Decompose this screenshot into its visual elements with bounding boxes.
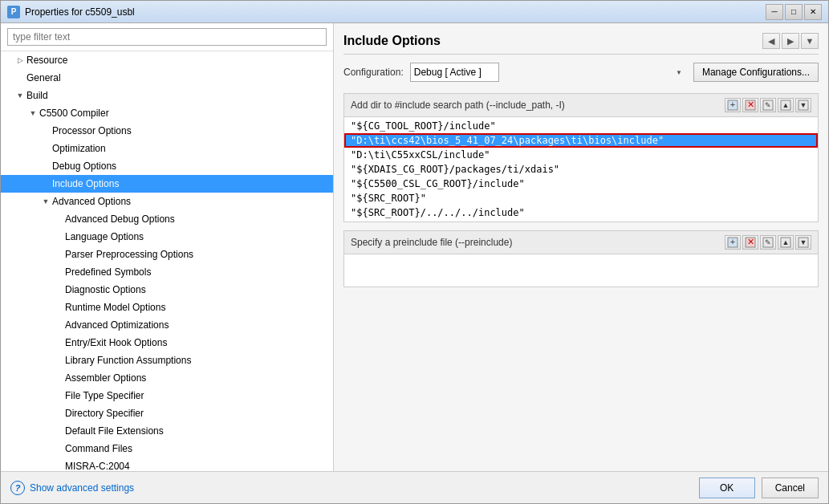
tree-item-label: Default File Extensions: [65, 425, 164, 437]
tree-item[interactable]: Advanced Debug Options: [1, 210, 333, 228]
tree-container[interactable]: ▷ResourceGeneral▼Build▼C5500 CompilerPro…: [1, 51, 333, 471]
tree-item[interactable]: File Type Specifier: [1, 387, 333, 404]
manage-configurations-button[interactable]: Manage Configurations...: [693, 63, 819, 82]
tree-item[interactable]: Language Options: [1, 228, 333, 246]
dialog-buttons: OK Cancel: [699, 478, 819, 498]
svg-text:+: +: [730, 237, 735, 246]
tree-item[interactable]: Directory Specifier: [1, 404, 333, 422]
tree-arrow: ▷: [14, 56, 26, 64]
include-edit-button[interactable]: ✎: [760, 98, 776, 112]
app-icon: P: [7, 6, 20, 18]
nav-menu-button[interactable]: ▼: [801, 33, 819, 49]
preinclude-title: Specify a preinclude file (--preinclude): [351, 237, 512, 248]
include-list-item[interactable]: "${SRC_ROOT}/../../../include": [344, 205, 818, 220]
include-delete-button[interactable]: ✕: [742, 98, 758, 112]
svg-text:▼: ▼: [800, 238, 807, 246]
include-list-item[interactable]: "D:\ti\ccs42\bios_5_41_07_24\packages\ti…: [344, 133, 818, 148]
preinclude-up-button[interactable]: ▲: [778, 235, 794, 250]
tree-item[interactable]: Advanced Optimizations: [1, 316, 333, 334]
nav-back-button[interactable]: ◀: [762, 33, 780, 49]
config-select[interactable]: Debug [ Active ]: [410, 63, 499, 82]
preinclude-header: Specify a preinclude file (--preinclude)…: [344, 231, 818, 254]
left-panel: ▷ResourceGeneral▼Build▼C5500 CompilerPro…: [1, 23, 334, 471]
tree-item[interactable]: ▷Resource: [1, 51, 333, 69]
nav-arrows: ◀ ▶ ▼: [762, 33, 819, 49]
tree-arrow: ▼: [14, 91, 26, 100]
include-up-button[interactable]: ▲: [778, 98, 794, 112]
include-search-title: Add dir to #include search path (--inclu…: [351, 100, 565, 111]
preinclude-delete-button[interactable]: ✕: [742, 235, 758, 250]
svg-text:▼: ▼: [800, 101, 807, 109]
up-icon: ▲: [780, 100, 791, 111]
include-list: "${CG_TOOL_ROOT}/include""D:\ti\ccs42\bi…: [344, 117, 818, 222]
tree-item-label: Runtime Model Options: [65, 302, 165, 313]
svg-text:+: +: [730, 100, 735, 109]
svg-text:✕: ✕: [747, 237, 754, 246]
include-list-item[interactable]: "${XDAIS_CG_ROOT}/packages/ti/xdais": [344, 162, 818, 177]
tree-item-label: Advanced Debug Options: [65, 213, 175, 225]
tree-item-label: C5500 Compiler: [39, 108, 109, 119]
tree-item[interactable]: Runtime Model Options: [1, 299, 333, 316]
tree-item[interactable]: Include Options: [1, 175, 333, 193]
tree-item-label: Library Function Assumptions: [65, 355, 191, 366]
svg-text:✎: ✎: [765, 101, 771, 109]
maximize-button[interactable]: □: [785, 4, 803, 20]
tree-item[interactable]: MISRA-C:2004: [1, 457, 333, 471]
include-list-item[interactable]: "D:\ti\C55xxCSL/include": [344, 148, 818, 162]
tree-item[interactable]: Predefined Symbols: [1, 263, 333, 281]
tree-item-label: Language Options: [65, 231, 144, 242]
tree-item[interactable]: Diagnostic Options: [1, 281, 333, 299]
tree-item-label: Directory Specifier: [65, 408, 144, 419]
tree-item[interactable]: Entry/Exit Hook Options: [1, 334, 333, 352]
tree-item-label: Parser Preprocessing Options: [65, 249, 193, 260]
tree-item[interactable]: Default File Extensions: [1, 422, 333, 440]
tree-item[interactable]: Parser Preprocessing Options: [1, 246, 333, 263]
include-list-item[interactable]: "${SRC_ROOT}": [344, 191, 818, 205]
tree-item-label: Assembler Options: [65, 372, 146, 384]
tree-item[interactable]: Optimization: [1, 140, 333, 157]
tree-item[interactable]: ▼C5500 Compiler: [1, 104, 333, 122]
cancel-button[interactable]: Cancel: [762, 478, 819, 498]
search-input[interactable]: [7, 28, 327, 46]
include-search-actions: + ✕ ✎: [725, 98, 811, 112]
svg-text:✎: ✎: [765, 238, 771, 246]
tree-item-label: Build: [26, 90, 48, 101]
include-list-item[interactable]: "${C5500_CSL_CG_ROOT}/include": [344, 177, 818, 191]
tree-item[interactable]: Processor Options: [1, 122, 333, 140]
tree-item-label: General: [26, 72, 61, 83]
tree-item[interactable]: Command Files: [1, 440, 333, 457]
include-down-button[interactable]: ▼: [795, 98, 811, 112]
right-panel: Include Options ◀ ▶ ▼ Configuration: Deb…: [334, 23, 828, 471]
preinclude-down-button[interactable]: ▼: [795, 235, 811, 250]
tree-item-label: Advanced Options: [52, 196, 131, 207]
tree-item-label: Predefined Symbols: [65, 266, 151, 278]
tree-item[interactable]: Library Function Assumptions: [1, 352, 333, 369]
nav-forward-button[interactable]: ▶: [782, 33, 799, 49]
tree-arrow: ▼: [39, 197, 52, 205]
tree-item[interactable]: Assembler Options: [1, 369, 333, 387]
include-list-item[interactable]: "${CG_TOOL_ROOT}/include": [344, 119, 818, 133]
preinclude-add-button[interactable]: +: [725, 235, 741, 250]
close-button[interactable]: ✕: [804, 4, 822, 20]
help-link[interactable]: ? Show advanced settings: [10, 481, 134, 495]
tree-item[interactable]: General: [1, 69, 333, 87]
tree-item[interactable]: Debug Options: [1, 157, 333, 175]
tree-item-label: Resource: [26, 55, 67, 66]
tree-item-label: Processor Options: [52, 125, 132, 136]
preinclude-edit-button[interactable]: ✎: [760, 235, 776, 250]
title-bar-buttons: ─ □ ✕: [766, 4, 822, 20]
tree-item[interactable]: ▼Advanced Options: [1, 193, 333, 210]
config-select-wrapper: Debug [ Active ]: [410, 63, 687, 82]
panel-title: Include Options: [343, 34, 441, 48]
tree-item-label: Advanced Optimizations: [65, 319, 169, 331]
tree-scroll-wrapper: ▷ResourceGeneral▼Build▼C5500 CompilerPro…: [1, 51, 333, 471]
ok-button[interactable]: OK: [699, 478, 755, 498]
tree-item-label: Optimization: [52, 143, 106, 154]
title-bar: P Properties for c5509_usbl ─ □ ✕: [1, 1, 828, 23]
add-icon: +: [727, 100, 738, 111]
include-add-button[interactable]: +: [725, 98, 741, 112]
tree-arrow: ▼: [26, 109, 39, 117]
minimize-button[interactable]: ─: [766, 4, 783, 20]
tree-item[interactable]: ▼Build: [1, 87, 333, 104]
delete-icon: ✕: [745, 100, 756, 111]
